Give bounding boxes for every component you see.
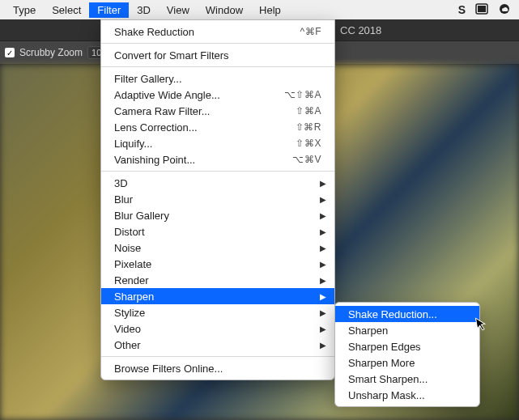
menu-3d[interactable]: 3D [129,2,159,18]
menuitem-label: Camera Raw Filter... [114,105,210,117]
menuitem-3d[interactable]: 3D▶ [101,175,334,191]
sharpen-submenu: Shake Reduction... Sharpen Sharpen Edges… [334,302,480,407]
window-layout-icon[interactable] [475,2,488,18]
menuitem-label: Blur Gallery [114,210,169,222]
submenu-arrow-icon: ▶ [320,308,326,317]
menuitem-stylize[interactable]: Stylize▶ [101,304,334,320]
menuitem-filter-gallery[interactable]: Filter Gallery... [101,70,334,87]
menuitem-label: Pixelate [114,258,151,270]
submenu-unsharp-mask[interactable]: Unsharp Mask... [335,387,479,403]
submenu-arrow-icon: ▶ [320,179,326,188]
filter-menu-dropdown: Shake Reduction ^⌘F Convert for Smart Fi… [100,19,335,380]
menuitem-adaptive-wide-angle[interactable]: Adaptive Wide Angle...⌥⇧⌘A [101,87,334,103]
menu-filter[interactable]: Filter [89,2,129,18]
menubar-status-icons: S [458,2,514,18]
menuitem-label: 3D [114,177,128,189]
menuitem-label: Sharpen [114,291,154,303]
menuitem-label: Video [114,323,141,335]
menuitem-video[interactable]: Video▶ [101,320,334,337]
menuitem-camera-raw-filter[interactable]: Camera Raw Filter...⇧⌘A [101,103,334,119]
menuitem-blur[interactable]: Blur▶ [101,191,334,207]
menuitem-label: Other [114,339,141,351]
menu-separator [101,171,334,172]
menu-view[interactable]: View [159,2,198,18]
menuitem-label: Vanishing Point... [114,154,195,166]
creative-cloud-icon[interactable] [498,2,511,18]
menuitem-lens-correction[interactable]: Lens Correction...⇧⌘R [101,119,334,135]
menuitem-label: Shake Reduction [114,26,194,38]
menuitem-label: Render [114,274,149,286]
menuitem-label: Adaptive Wide Angle... [114,89,220,101]
status-s-icon[interactable]: S [458,3,466,16]
menu-window[interactable]: Window [198,2,251,18]
menu-separator [101,66,334,67]
submenu-arrow-icon: ▶ [320,195,326,204]
menu-type[interactable]: Type [5,2,44,18]
menuitem-label: Sharpen More [348,357,415,369]
menuitem-label: Lens Correction... [114,121,198,134]
menuitem-vanishing-point[interactable]: Vanishing Point...⌥⌘V [101,151,334,168]
menuitem-blur-gallery[interactable]: Blur Gallery▶ [101,207,334,223]
submenu-sharpen-edges[interactable]: Sharpen Edges [335,338,479,354]
submenu-arrow-icon: ▶ [320,227,326,236]
menu-separator [101,43,334,44]
svg-rect-1 [478,6,486,12]
submenu-sharpen-more[interactable]: Sharpen More [335,354,479,371]
menuitem-label: Convert for Smart Filters [114,49,229,62]
submenu-arrow-icon: ▶ [320,292,326,301]
menuitem-pixelate[interactable]: Pixelate▶ [101,256,334,272]
submenu-arrow-icon: ▶ [320,276,326,285]
menuitem-render[interactable]: Render▶ [101,272,334,288]
menuitem-shortcut: ⇧⌘X [296,138,321,149]
submenu-smart-sharpen[interactable]: Smart Sharpen... [335,371,479,387]
menuitem-browse-filters-online[interactable]: Browse Filters Online... [101,360,334,376]
menuitem-label: Sharpen Edges [348,341,421,353]
menuitem-label: Blur [114,193,133,206]
submenu-sharpen[interactable]: Sharpen [335,322,479,338]
app-version-label: CC 2018 [340,24,381,36]
menuitem-label: Liquify... [114,138,152,150]
menuitem-convert-smart-filters[interactable]: Convert for Smart Filters [101,47,334,63]
menuitem-liquify[interactable]: Liquify...⇧⌘X [101,135,334,151]
menubar: Type Select Filter 3D View Window Help S [0,0,519,19]
menuitem-label: Smart Sharpen... [348,373,428,385]
submenu-arrow-icon: ▶ [320,325,326,333]
menuitem-label: Stylize [114,307,145,319]
submenu-arrow-icon: ▶ [320,244,326,252]
menuitem-shortcut: ^⌘F [300,26,321,37]
menuitem-label: Distort [114,226,145,238]
submenu-arrow-icon: ▶ [320,211,326,220]
menuitem-label: Unsharp Mask... [348,389,425,401]
submenu-arrow-icon: ▶ [320,341,326,350]
menuitem-sharpen[interactable]: Sharpen▶ [101,288,334,304]
menuitem-label: Browse Filters Online... [114,363,223,375]
menuitem-label: Shake Reduction... [348,308,437,320]
menuitem-shortcut: ⌥⌘V [292,154,321,165]
submenu-shake-reduction[interactable]: Shake Reduction... [335,306,479,322]
submenu-arrow-icon: ▶ [320,260,326,269]
menuitem-shortcut: ⇧⌘R [296,121,321,133]
menuitem-label: Filter Gallery... [114,73,182,85]
menuitem-distort[interactable]: Distort▶ [101,223,334,240]
menuitem-label: Sharpen [348,325,388,337]
menuitem-shake-reduction[interactable]: Shake Reduction ^⌘F [101,23,334,40]
menu-select[interactable]: Select [44,2,89,18]
menu-separator [101,356,334,357]
menuitem-shortcut: ⌥⇧⌘A [284,89,321,100]
menuitem-other[interactable]: Other▶ [101,337,334,353]
menuitem-noise[interactable]: Noise▶ [101,240,334,256]
menuitem-label: Noise [114,242,141,254]
scrubby-zoom-label: Scrubby Zoom [19,47,83,58]
menu-help[interactable]: Help [251,2,289,18]
scrubby-zoom-checkbox[interactable]: ✓ [5,48,15,57]
menuitem-shortcut: ⇧⌘A [296,105,321,117]
